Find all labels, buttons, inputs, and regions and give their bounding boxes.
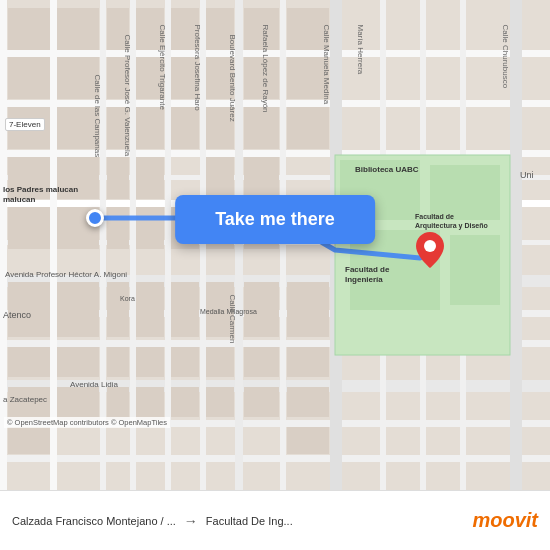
- svg-rect-55: [107, 387, 129, 417]
- svg-rect-77: [206, 347, 234, 377]
- take-me-there-button[interactable]: Take me there: [175, 195, 375, 244]
- street-label-campanas: Calle de las Campanas: [93, 75, 102, 158]
- svg-rect-82: [244, 157, 279, 199]
- osm-attribution: © OpenStreetMap contributors © OpenMapTi…: [4, 417, 170, 428]
- svg-rect-68: [171, 282, 199, 337]
- svg-rect-74: [206, 157, 234, 199]
- svg-rect-63: [136, 387, 164, 417]
- street-label-profesor: Calle Profesor José G. Valenzuela: [123, 35, 132, 157]
- svg-rect-70: [171, 387, 199, 417]
- svg-rect-51: [107, 157, 129, 199]
- label-ingenieria: Facultad de Ingeniería: [345, 265, 389, 286]
- label-atenco: Atenco: [3, 310, 31, 320]
- route-destinations: Calzada Francisco Montejano / ... → Facu…: [12, 513, 472, 529]
- svg-rect-39: [8, 427, 50, 454]
- label-biblioteca: Biblioteca UABC: [355, 165, 419, 175]
- svg-rect-78: [206, 387, 234, 417]
- svg-rect-61: [136, 282, 164, 337]
- street-label-boulevard: Boulevard Benito Juárez: [228, 35, 237, 122]
- label-migoni: Avenida Profesor Héctor A. Migoni: [5, 270, 127, 279]
- svg-rect-58: [136, 107, 164, 149]
- label-zacatepec: a Zacatepec: [3, 395, 47, 404]
- svg-rect-81: [244, 107, 279, 149]
- svg-rect-62: [136, 347, 164, 377]
- svg-rect-86: [244, 387, 279, 417]
- svg-rect-25: [510, 0, 522, 490]
- route-from: Calzada Francisco Montejano / ...: [12, 515, 176, 527]
- svg-point-94: [424, 240, 436, 252]
- label-los-padres: los Padres malucan malucan: [3, 185, 78, 206]
- label-uni: Uni: [520, 170, 534, 180]
- svg-rect-47: [57, 387, 99, 417]
- svg-rect-89: [287, 107, 329, 149]
- svg-rect-35: [8, 207, 50, 249]
- bottom-bar: Calzada Francisco Montejano / ... → Facu…: [0, 490, 550, 550]
- street-label-manuela: Calle Manuela Medina: [322, 25, 331, 105]
- street-label-josefina: Profesora Josefina Haro: [193, 25, 202, 111]
- svg-rect-85: [244, 347, 279, 377]
- map-container: Calle de las Campanas Calle Profesor Jos…: [0, 0, 550, 490]
- svg-rect-37: [8, 347, 50, 377]
- svg-rect-92: [287, 387, 329, 417]
- svg-rect-54: [107, 347, 129, 377]
- svg-rect-30: [450, 235, 500, 305]
- svg-rect-1: [0, 50, 550, 57]
- street-label-churubusco: Calle Churubusco: [501, 25, 510, 89]
- destination-marker: [416, 232, 444, 272]
- street-label-ejercito: Calle Ejército Trigarante: [158, 25, 167, 110]
- svg-rect-31: [8, 8, 50, 50]
- svg-rect-2: [0, 100, 550, 107]
- label-7eleven: 7-Eleven: [5, 118, 45, 131]
- label-arquitectura: Facultad de Arquitectura y Diseño: [415, 212, 488, 230]
- svg-rect-20: [280, 0, 286, 490]
- street-label-rafael: Rafaela López de Rayón: [261, 25, 270, 113]
- route-to: Facultad De Ing...: [206, 515, 293, 527]
- svg-rect-69: [171, 347, 199, 377]
- street-label-maria: María Herrera: [356, 25, 365, 75]
- svg-rect-59: [136, 157, 164, 199]
- svg-rect-32: [8, 57, 50, 99]
- route-arrow: →: [184, 513, 198, 529]
- svg-rect-91: [287, 347, 329, 377]
- svg-rect-46: [57, 347, 99, 377]
- svg-rect-93: [287, 427, 329, 454]
- moovit-logo: moovit: [472, 509, 538, 532]
- svg-rect-52: [107, 207, 129, 249]
- origin-marker: [86, 209, 104, 227]
- svg-rect-45: [57, 282, 99, 337]
- svg-rect-90: [287, 282, 329, 337]
- label-kora: Kora: [120, 295, 135, 302]
- svg-rect-12: [0, 455, 550, 462]
- street-label-carmen: Calle Carmen: [228, 295, 237, 344]
- svg-rect-40: [57, 8, 99, 50]
- label-lidia: Avenida Lidia: [70, 380, 118, 389]
- svg-rect-53: [107, 282, 129, 337]
- svg-rect-60: [136, 207, 164, 249]
- svg-rect-66: [171, 107, 199, 149]
